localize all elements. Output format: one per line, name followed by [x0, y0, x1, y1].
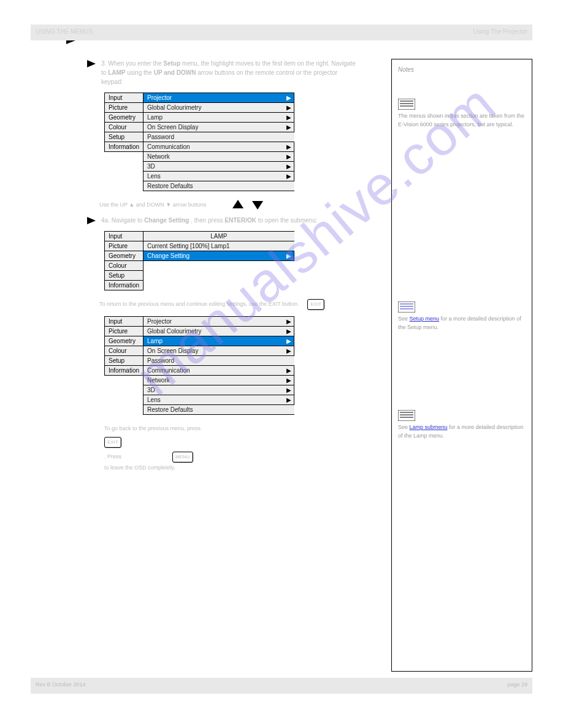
- side-input[interactable]: Input: [105, 317, 144, 327]
- side-geometry[interactable]: Geometry: [105, 251, 144, 261]
- lamp-title: LAMP: [144, 232, 294, 241]
- step-3: 3. When you enter the Setup menu, the hi…: [87, 59, 385, 86]
- side-picture[interactable]: Picture: [105, 241, 144, 251]
- step3-b1: Setup: [163, 60, 180, 67]
- svg-rect-4: [398, 99, 415, 110]
- item-comm[interactable]: Communication: [144, 142, 285, 152]
- item-colourimetry[interactable]: Global Colourimetry: [144, 327, 285, 336]
- item-comm[interactable]: Communication: [144, 366, 285, 376]
- side-setup[interactable]: Setup: [105, 271, 144, 281]
- chevron-right-icon: ▶: [285, 113, 294, 123]
- note-2-pre: See: [398, 316, 410, 322]
- side-colour[interactable]: Colour: [105, 123, 144, 132]
- osd-menu-lamp: Input LAMP Picture Current Setting [100%…: [104, 231, 385, 290]
- side-info[interactable]: Information: [105, 366, 144, 376]
- side-geometry[interactable]: Geometry: [105, 336, 144, 346]
- step4a-t3: to open the submenu:: [258, 217, 318, 224]
- chevron-right-icon: ▶: [285, 366, 294, 376]
- side-setup[interactable]: Setup: [105, 132, 144, 142]
- step3-arrows: UP and DOWN: [154, 69, 196, 76]
- step5-t2: . Press: [104, 453, 123, 460]
- item-network[interactable]: Network: [144, 152, 285, 162]
- chevron-right-icon: ▶: [285, 93, 294, 103]
- chevron-right-icon: ▶: [285, 103, 294, 113]
- notes-panel: Notes The menus shown in this section ar…: [391, 59, 532, 672]
- side-colour[interactable]: Colour: [105, 346, 144, 356]
- osd-menu-setup-projector: Input Projector ▶ Picture Global Colouri…: [104, 93, 385, 191]
- item-lamp[interactable]: Lamp: [144, 113, 285, 123]
- arrow-bullet-icon: [87, 59, 96, 67]
- note-icon: [398, 99, 526, 110]
- chevron-right-icon: ▶: [285, 152, 294, 162]
- chevron-right-icon: ▶: [285, 385, 294, 395]
- item-osd[interactable]: On Screen Display: [144, 123, 285, 132]
- exit-key-icon: EXIT: [307, 299, 324, 310]
- side-input[interactable]: Input: [105, 93, 144, 103]
- item-3d[interactable]: 3D: [144, 385, 285, 395]
- chevron-right-icon: ▶: [285, 172, 294, 181]
- chevron-right-icon: ▶: [285, 162, 294, 172]
- svg-rect-8: [398, 301, 415, 313]
- down-arrow-icon: [252, 200, 263, 210]
- side-colour[interactable]: Colour: [105, 261, 144, 271]
- chevron-right-icon: ▶: [285, 346, 294, 356]
- note-icon: [398, 410, 526, 421]
- item-network[interactable]: Network: [144, 376, 285, 385]
- step4a-bold: Change Setting: [144, 217, 189, 224]
- step3-t3: using the: [127, 69, 153, 76]
- chevron-right-icon: ▶: [285, 336, 294, 346]
- item-lens[interactable]: Lens: [144, 395, 285, 405]
- lamp-current: Current Setting [100%] Lamp1: [144, 241, 294, 251]
- step-4a: 4a. Navigate to Change Setting , then pr…: [87, 216, 385, 225]
- side-input[interactable]: Input: [105, 232, 144, 241]
- chevron-right-icon: ▶: [285, 142, 294, 152]
- up-arrow-icon: [232, 200, 243, 210]
- chevron-right-icon: ▶: [285, 376, 294, 385]
- chevron-right-icon: ▶: [285, 395, 294, 405]
- arrow-bullet-icon: [87, 216, 96, 224]
- chevron-right-icon: ▶: [285, 251, 294, 261]
- chevron-right-icon: ▶: [285, 327, 294, 336]
- side-setup[interactable]: Setup: [105, 356, 144, 366]
- step4b-text: To return to the previous menu and conti…: [99, 301, 299, 307]
- note-3-pre: See: [398, 424, 410, 430]
- svg-marker-0: [87, 60, 96, 67]
- note-2-link[interactable]: Setup menu: [410, 316, 440, 322]
- item-restore[interactable]: Restore Defaults: [144, 405, 294, 415]
- footer-bar: Rev B October 2014 page 29: [31, 678, 532, 694]
- item-password[interactable]: Password: [144, 132, 294, 142]
- chevron-right-icon: ▶: [285, 123, 294, 132]
- lamp-change[interactable]: Change Setting: [144, 251, 285, 261]
- step4a-label: 4a.: [101, 217, 110, 224]
- svg-marker-1: [232, 200, 243, 208]
- item-osd[interactable]: On Screen Display: [144, 346, 285, 356]
- item-3d[interactable]: 3D: [144, 162, 285, 172]
- step4a-t2: , then press: [191, 217, 224, 224]
- notes-heading: Notes: [398, 66, 526, 74]
- item-lamp[interactable]: Lamp: [144, 336, 285, 346]
- step4-text: Use the UP ▲ and DOWN ▼ arrow buttons: [99, 202, 206, 208]
- chevron-right-icon: ▶: [285, 317, 294, 327]
- item-restore[interactable]: Restore Defaults: [144, 181, 294, 191]
- step3-label: 3.: [101, 60, 106, 67]
- item-password[interactable]: Password: [144, 356, 294, 366]
- step-4b: To return to the previous menu and conti…: [87, 299, 385, 310]
- step-5: To go back to the previous menu, press E…: [104, 423, 385, 472]
- footer-right: page 29: [507, 681, 527, 688]
- svg-marker-2: [252, 201, 263, 210]
- item-projector[interactable]: Projector: [144, 317, 285, 327]
- exit-key-icon: EXIT: [104, 437, 121, 448]
- note-3-link[interactable]: Lamp submenu: [410, 424, 448, 430]
- step3-t1: When you enter the: [108, 60, 163, 67]
- svg-marker-3: [87, 217, 96, 224]
- item-colourimetry[interactable]: Global Colourimetry: [144, 103, 285, 113]
- side-info[interactable]: Information: [105, 142, 144, 152]
- side-geometry[interactable]: Geometry: [105, 113, 144, 123]
- side-picture[interactable]: Picture: [105, 103, 144, 113]
- item-lens[interactable]: Lens: [144, 172, 285, 181]
- item-projector[interactable]: Projector: [144, 93, 285, 103]
- side-picture[interactable]: Picture: [105, 327, 144, 336]
- footer-left: Rev B October 2014: [36, 681, 86, 688]
- note-icon: [398, 301, 526, 313]
- side-info[interactable]: Information: [105, 281, 144, 290]
